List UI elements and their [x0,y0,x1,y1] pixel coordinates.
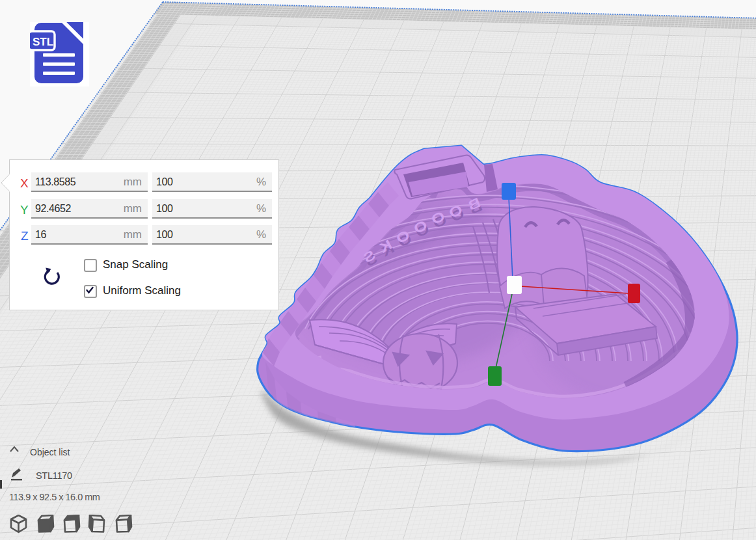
svg-text:STL: STL [33,36,53,48]
